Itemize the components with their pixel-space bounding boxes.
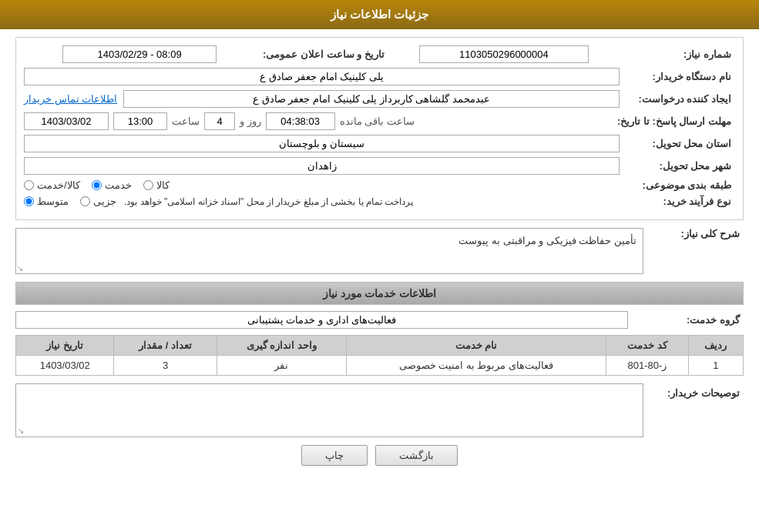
category-label: طبقه بندی موضوعی:	[620, 179, 735, 191]
announce-datetime-label: تاریخ و ساعت اعلان عمومی:	[255, 49, 388, 60]
creator-label: ایجاد کننده درخواست:	[620, 93, 735, 105]
process-note: پرداخت تمام یا بخشی از مبلغ خریدار از مح…	[124, 196, 413, 207]
row-buyer-org: نام دستگاه خریدار:	[24, 68, 735, 85]
buyer-notes-box: ↘	[15, 383, 643, 437]
page-header: جزئیات اطلاعات نیاز	[0, 0, 759, 29]
row-creator: ایجاد کننده درخواست: اطلاعات تماس خریدار	[24, 90, 735, 108]
buyer-notes-label: توصیحات خریدار:	[643, 383, 744, 399]
province-input[interactable]	[24, 135, 620, 152]
general-description-label: شرح کلی نیاز:	[643, 228, 744, 239]
cell-code: ز-80-801	[606, 356, 689, 376]
category-radio-group: کالا/خدمت خدمت کالا	[24, 179, 620, 191]
process-radio-group: متوسط جزیی	[24, 196, 116, 207]
remaining-label: ساعت باقی مانده	[340, 115, 415, 127]
col-date: تاریخ نیاز	[16, 336, 114, 356]
contact-link[interactable]: اطلاعات تماس خریدار	[24, 93, 117, 105]
deadline-label: مهلت ارسال پاسخ: تا تاریخ:	[617, 115, 735, 127]
city-label: شهر محل تحویل:	[620, 160, 735, 172]
need-number-input[interactable]	[419, 45, 589, 63]
radio-khedmat[interactable]: خدمت	[92, 179, 132, 191]
radio-motavaset-input[interactable]	[24, 196, 34, 206]
radio-kala-khedmat-input[interactable]	[24, 180, 34, 190]
print-button[interactable]: چاپ	[301, 445, 368, 466]
announce-datetime-input[interactable]	[62, 45, 217, 63]
services-table: ردیف کد خدمت نام خدمت واحد اندازه گیری ت…	[15, 335, 744, 376]
buttons-row: بازگشت چاپ	[15, 445, 744, 466]
col-code: کد خدمت	[606, 336, 689, 356]
cell-name: فعالیت‌های مربوط به امنیت خصوصی	[346, 356, 606, 376]
time-input[interactable]	[113, 112, 167, 130]
radio-kala-khedmat[interactable]: کالا/خدمت	[24, 179, 80, 191]
col-unit: واحد اندازه گیری	[217, 336, 346, 356]
radio-motavaset[interactable]: متوسط	[24, 196, 69, 207]
days-and-label: روز و	[240, 115, 261, 127]
general-description-content: تأمین حفاظت فیزیکی و مراقبتی به پیوست ↘	[15, 228, 643, 274]
radio-jozi[interactable]: جزیی	[80, 196, 116, 207]
row-need-number: شماره نیاز: تاریخ و ساعت اعلان عمومی:	[24, 45, 735, 63]
table-row: 1ز-80-801فعالیت‌های مربوط به امنیت خصوصی…	[16, 356, 744, 376]
buyer-org-label: نام دستگاه خریدار:	[620, 71, 735, 82]
creator-input[interactable]	[123, 90, 620, 108]
cell-row: 1	[688, 356, 743, 376]
radio-kala-input[interactable]	[143, 180, 153, 190]
service-group-input[interactable]	[15, 311, 628, 329]
buyer-org-input[interactable]	[24, 68, 620, 85]
row-deadline: مهلت ارسال پاسخ: تا تاریخ: ساعت باقی مان…	[24, 112, 735, 130]
cell-unit: نفر	[217, 356, 346, 376]
cell-quantity: 3	[114, 356, 217, 376]
days-input[interactable]	[204, 112, 235, 130]
general-description-box: تأمین حفاظت فیزیکی و مراقبتی به پیوست	[15, 228, 643, 274]
col-name: نام خدمت	[346, 336, 606, 356]
general-description-text: تأمین حفاظت فیزیکی و مراقبتی به پیوست	[458, 235, 636, 246]
process-label: نوع فرآیند خرید:	[620, 196, 735, 207]
col-row: ردیف	[688, 336, 743, 356]
page-title: جزئیات اطلاعات نیاز	[331, 8, 428, 21]
deadline-date-input[interactable]	[24, 112, 109, 130]
row-category: طبقه بندی موضوعی: کالا/خدمت خدمت کالا	[24, 179, 735, 191]
remaining-time-input[interactable]	[266, 112, 335, 130]
main-info-section: شماره نیاز: تاریخ و ساعت اعلان عمومی: نا…	[15, 37, 744, 220]
resize-icon: ↘	[17, 264, 23, 273]
radio-kala[interactable]: کالا	[143, 179, 170, 191]
need-number-label: شماره نیاز:	[620, 49, 735, 60]
row-process: نوع فرآیند خرید: متوسط جزیی	[24, 196, 735, 207]
cell-date: 1403/03/02	[16, 356, 114, 376]
buyer-notes-row: توصیحات خریدار: ↘	[15, 383, 744, 437]
resize-icon-notes: ↘	[18, 427, 24, 435]
table-header-row: ردیف کد خدمت نام خدمت واحد اندازه گیری ت…	[16, 336, 744, 356]
row-service-group: گروه خدمت:	[15, 311, 744, 329]
time-label: ساعت	[172, 115, 200, 127]
city-input[interactable]	[24, 157, 620, 175]
service-group-label: گروه خدمت:	[628, 314, 744, 326]
radio-khedmat-input[interactable]	[92, 180, 102, 190]
row-province: استان محل تحویل:	[24, 135, 735, 152]
radio-jozi-input[interactable]	[80, 196, 90, 206]
general-description-row: شرح کلی نیاز: تأمین حفاظت فیزیکی و مراقب…	[15, 228, 744, 274]
province-label: استان محل تحویل:	[620, 138, 735, 149]
col-quantity: تعداد / مقدار	[114, 336, 217, 356]
services-section-title: اطلاعات خدمات مورد نیاز	[15, 282, 744, 305]
row-city: شهر محل تحویل:	[24, 157, 735, 175]
back-button[interactable]: بازگشت	[375, 445, 458, 466]
